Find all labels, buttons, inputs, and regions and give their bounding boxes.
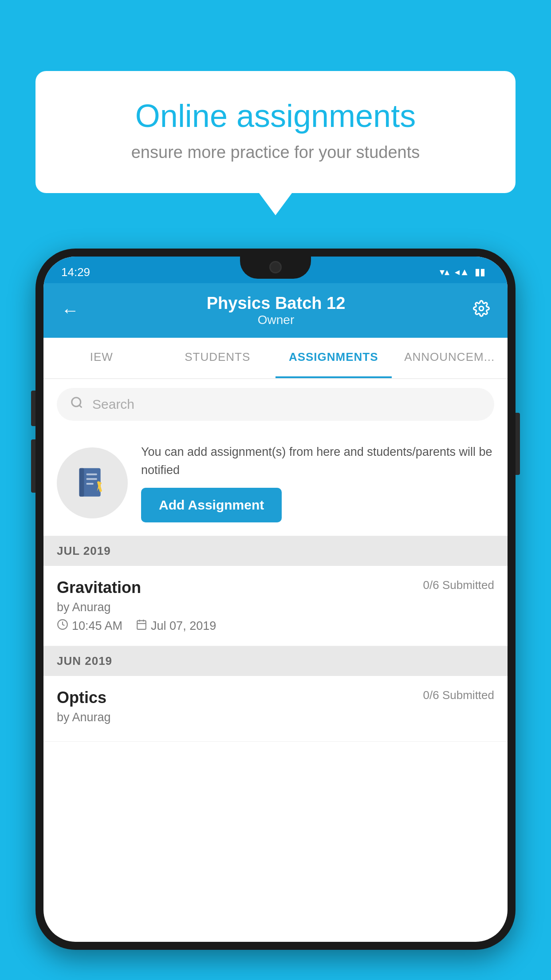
camera-icon — [269, 261, 282, 273]
side-button-2 — [31, 439, 35, 493]
add-assignment-button[interactable]: Add Assignment — [141, 488, 282, 522]
settings-button[interactable] — [473, 300, 490, 321]
back-button[interactable]: ← — [61, 300, 79, 320]
tabs-container: IEW STUDENTS ASSIGNMENTS ANNOUNCEM... — [43, 338, 508, 379]
header-center: Physics Batch 12 Owner — [207, 294, 346, 327]
assignment-name-optics: Optics — [57, 688, 106, 707]
clock-icon — [57, 619, 68, 633]
header-title: Physics Batch 12 — [207, 294, 346, 313]
search-bar[interactable]: Search — [57, 388, 494, 421]
phone-mockup: 14:29 ▾▴ ◂▲ ▮▮ ← Physics Batch 12 Owner — [35, 249, 516, 950]
calendar-icon — [136, 619, 147, 633]
tab-students[interactable]: STUDENTS — [160, 338, 276, 378]
assignment-submitted: 0/6 Submitted — [423, 578, 494, 592]
assignment-by-optics: by Anurag — [57, 711, 494, 724]
assignment-date: Jul 07, 2019 — [136, 619, 216, 633]
svg-rect-11 — [137, 620, 146, 629]
speech-bubble: Online assignments ensure more practice … — [35, 71, 516, 193]
app-header: ← Physics Batch 12 Owner — [43, 283, 508, 338]
svg-point-0 — [479, 306, 484, 311]
status-icons: ▾▴ ◂▲ ▮▮ — [440, 266, 485, 278]
notebook-icon — [75, 465, 110, 501]
wifi-icon: ▾▴ — [440, 266, 449, 278]
assignment-by: by Anurag — [57, 601, 494, 614]
svg-line-2 — [79, 405, 82, 407]
section-header-jun: JUN 2019 — [43, 646, 508, 676]
assignment-row-top: Gravitation 0/6 Submitted — [57, 578, 494, 597]
signal-icon: ◂▲ — [455, 266, 469, 278]
assignment-name: Gravitation — [57, 578, 141, 597]
phone-screen: 14:29 ▾▴ ◂▲ ▮▮ ← Physics Batch 12 Owner — [43, 257, 508, 942]
promo-icon-circle — [57, 447, 128, 518]
svg-rect-7 — [87, 483, 94, 485]
promo-description: You can add assignment(s) from here and … — [141, 443, 494, 479]
speech-bubble-subtitle: ensure more practice for your students — [71, 143, 480, 162]
status-time: 14:29 — [61, 265, 90, 279]
speech-bubble-container: Online assignments ensure more practice … — [35, 71, 516, 193]
svg-rect-6 — [87, 478, 97, 480]
phone-notch — [240, 257, 311, 279]
assignment-item-optics[interactable]: Optics 0/6 Submitted by Anurag — [43, 676, 508, 742]
svg-rect-4 — [79, 468, 84, 496]
promo-content: You can add assignment(s) from here and … — [141, 443, 494, 522]
side-button-right — [516, 413, 520, 475]
search-icon — [70, 396, 83, 413]
search-input-placeholder: Search — [92, 397, 134, 412]
battery-icon: ▮▮ — [475, 266, 485, 278]
tab-announcements[interactable]: ANNOUNCEM... — [392, 338, 508, 378]
assignment-time: 10:45 AM — [57, 619, 122, 633]
header-subtitle: Owner — [207, 313, 346, 327]
search-container: Search — [43, 379, 508, 430]
phone-outer: 14:29 ▾▴ ◂▲ ▮▮ ← Physics Batch 12 Owner — [35, 249, 516, 950]
assignment-submitted-optics: 0/6 Submitted — [423, 688, 494, 702]
assignment-row-top-optics: Optics 0/6 Submitted — [57, 688, 494, 707]
side-button-1 — [31, 391, 35, 426]
speech-bubble-title: Online assignments — [71, 98, 480, 134]
tab-iew[interactable]: IEW — [43, 338, 160, 378]
svg-point-1 — [72, 398, 81, 407]
assignment-item-gravitation[interactable]: Gravitation 0/6 Submitted by Anurag 10:4… — [43, 566, 508, 646]
section-header-jul: JUL 2019 — [43, 536, 508, 566]
svg-rect-5 — [87, 473, 97, 475]
assignment-meta: 10:45 AM Jul 07, 2019 — [57, 619, 494, 633]
promo-section: You can add assignment(s) from here and … — [43, 430, 508, 536]
tab-assignments[interactable]: ASSIGNMENTS — [276, 338, 392, 378]
